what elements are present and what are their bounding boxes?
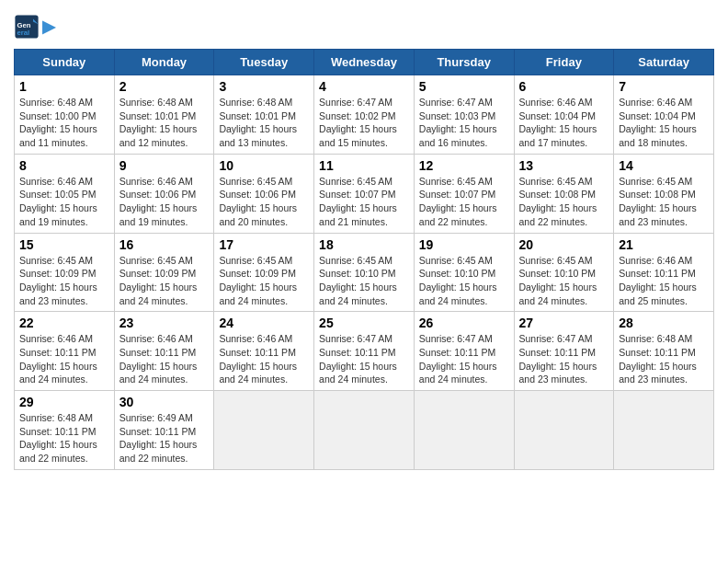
calendar-cell [614, 391, 714, 470]
day-number: 5 [419, 79, 509, 94]
day-info: Sunrise: 6:47 AM Sunset: 10:11 PM Daylig… [319, 332, 409, 386]
day-number: 2 [119, 79, 210, 94]
day-info: Sunrise: 6:48 AM Sunset: 10:01 PM Daylig… [219, 96, 309, 150]
calendar-cell: 1Sunrise: 6:48 AM Sunset: 10:00 PM Dayli… [15, 75, 115, 155]
calendar-cell: 2Sunrise: 6:48 AM Sunset: 10:01 PM Dayli… [114, 75, 214, 155]
calendar-week-5: 29Sunrise: 6:48 AM Sunset: 10:11 PM Dayl… [15, 391, 714, 470]
calendar-cell: 28Sunrise: 6:48 AM Sunset: 10:11 PM Dayl… [614, 312, 714, 391]
day-info: Sunrise: 6:47 AM Sunset: 10:11 PM Daylig… [419, 332, 509, 386]
day-number: 28 [619, 316, 709, 330]
calendar-cell: 16Sunrise: 6:45 AM Sunset: 10:09 PM Dayl… [114, 233, 214, 312]
calendar-table: Sunday Monday Tuesday Wednesday Thursday… [14, 49, 714, 470]
day-info: Sunrise: 6:47 AM Sunset: 10:02 PM Daylig… [319, 96, 409, 150]
calendar-cell: 3Sunrise: 6:48 AM Sunset: 10:01 PM Dayli… [214, 75, 314, 155]
calendar-cell: 26Sunrise: 6:47 AM Sunset: 10:11 PM Dayl… [414, 312, 514, 391]
day-number: 20 [519, 237, 609, 252]
calendar-cell: 29Sunrise: 6:48 AM Sunset: 10:11 PM Dayl… [15, 391, 115, 470]
day-number: 22 [19, 316, 109, 330]
day-info: Sunrise: 6:49 AM Sunset: 10:11 PM Daylig… [119, 411, 210, 465]
day-info: Sunrise: 6:45 AM Sunset: 10:06 PM Daylig… [219, 175, 309, 229]
day-info: Sunrise: 6:48 AM Sunset: 10:00 PM Daylig… [19, 96, 109, 150]
day-number: 10 [219, 158, 309, 173]
day-number: 24 [219, 316, 309, 330]
day-info: Sunrise: 6:46 AM Sunset: 10:05 PM Daylig… [19, 175, 109, 229]
day-number: 29 [19, 395, 109, 409]
day-info: Sunrise: 6:46 AM Sunset: 10:11 PM Daylig… [19, 332, 109, 386]
calendar-cell: 23Sunrise: 6:46 AM Sunset: 10:11 PM Dayl… [114, 312, 214, 391]
day-info: Sunrise: 6:45 AM Sunset: 10:10 PM Daylig… [419, 254, 509, 308]
day-number: 11 [319, 158, 409, 173]
calendar-cell: 8Sunrise: 6:46 AM Sunset: 10:05 PM Dayli… [15, 154, 115, 233]
calendar-cell: 24Sunrise: 6:46 AM Sunset: 10:11 PM Dayl… [214, 312, 314, 391]
col-friday: Friday [514, 50, 614, 75]
day-number: 15 [19, 237, 109, 252]
logo-icon: Gen eral [14, 14, 40, 40]
day-number: 14 [619, 158, 709, 173]
calendar-cell: 18Sunrise: 6:45 AM Sunset: 10:10 PM Dayl… [314, 233, 415, 312]
day-number: 18 [319, 237, 409, 252]
day-info: Sunrise: 6:48 AM Sunset: 10:11 PM Daylig… [19, 411, 109, 465]
calendar-cell [314, 391, 415, 470]
logo: Gen eral ▶ [14, 14, 55, 40]
day-info: Sunrise: 6:46 AM Sunset: 10:06 PM Daylig… [119, 175, 210, 229]
day-info: Sunrise: 6:45 AM Sunset: 10:09 PM Daylig… [119, 254, 210, 308]
day-info: Sunrise: 6:48 AM Sunset: 10:01 PM Daylig… [119, 96, 210, 150]
day-info: Sunrise: 6:45 AM Sunset: 10:09 PM Daylig… [219, 254, 309, 308]
day-info: Sunrise: 6:47 AM Sunset: 10:03 PM Daylig… [419, 96, 509, 150]
day-info: Sunrise: 6:45 AM Sunset: 10:07 PM Daylig… [319, 175, 409, 229]
day-info: Sunrise: 6:45 AM Sunset: 10:08 PM Daylig… [619, 175, 709, 229]
logo-blue: ▶ [42, 17, 55, 37]
col-sunday: Sunday [15, 50, 115, 75]
day-info: Sunrise: 6:45 AM Sunset: 10:10 PM Daylig… [519, 254, 609, 308]
calendar-cell [214, 391, 314, 470]
day-info: Sunrise: 6:45 AM Sunset: 10:07 PM Daylig… [419, 175, 509, 229]
day-info: Sunrise: 6:45 AM Sunset: 10:08 PM Daylig… [519, 175, 609, 229]
day-number: 16 [119, 237, 210, 252]
day-number: 1 [19, 79, 109, 94]
day-number: 7 [619, 79, 709, 94]
day-info: Sunrise: 6:46 AM Sunset: 10:11 PM Daylig… [219, 332, 309, 386]
calendar-cell: 22Sunrise: 6:46 AM Sunset: 10:11 PM Dayl… [15, 312, 115, 391]
day-number: 17 [219, 237, 309, 252]
calendar-cell: 12Sunrise: 6:45 AM Sunset: 10:07 PM Dayl… [414, 154, 514, 233]
day-info: Sunrise: 6:46 AM Sunset: 10:11 PM Daylig… [619, 254, 709, 308]
calendar-cell: 19Sunrise: 6:45 AM Sunset: 10:10 PM Dayl… [414, 233, 514, 312]
col-wednesday: Wednesday [314, 50, 415, 75]
calendar-cell: 25Sunrise: 6:47 AM Sunset: 10:11 PM Dayl… [314, 312, 415, 391]
calendar-cell: 10Sunrise: 6:45 AM Sunset: 10:06 PM Dayl… [214, 154, 314, 233]
calendar-cell: 13Sunrise: 6:45 AM Sunset: 10:08 PM Dayl… [514, 154, 614, 233]
calendar-cell: 15Sunrise: 6:45 AM Sunset: 10:09 PM Dayl… [15, 233, 115, 312]
header: Gen eral ▶ [14, 14, 714, 40]
col-thursday: Thursday [414, 50, 514, 75]
col-monday: Monday [114, 50, 214, 75]
day-info: Sunrise: 6:48 AM Sunset: 10:11 PM Daylig… [619, 332, 709, 386]
calendar-cell: 17Sunrise: 6:45 AM Sunset: 10:09 PM Dayl… [214, 233, 314, 312]
calendar-cell: 14Sunrise: 6:45 AM Sunset: 10:08 PM Dayl… [614, 154, 714, 233]
day-number: 26 [419, 316, 509, 330]
day-number: 30 [119, 395, 210, 409]
calendar-week-2: 8Sunrise: 6:46 AM Sunset: 10:05 PM Dayli… [15, 154, 714, 233]
header-row: Sunday Monday Tuesday Wednesday Thursday… [15, 50, 714, 75]
calendar-cell: 9Sunrise: 6:46 AM Sunset: 10:06 PM Dayli… [114, 154, 214, 233]
calendar-week-1: 1Sunrise: 6:48 AM Sunset: 10:00 PM Dayli… [15, 75, 714, 155]
calendar-week-3: 15Sunrise: 6:45 AM Sunset: 10:09 PM Dayl… [15, 233, 714, 312]
col-tuesday: Tuesday [214, 50, 314, 75]
day-number: 9 [119, 158, 210, 173]
day-info: Sunrise: 6:45 AM Sunset: 10:09 PM Daylig… [19, 254, 109, 308]
col-saturday: Saturday [614, 50, 714, 75]
day-info: Sunrise: 6:47 AM Sunset: 10:11 PM Daylig… [519, 332, 609, 386]
day-number: 6 [519, 79, 609, 94]
calendar-cell: 21Sunrise: 6:46 AM Sunset: 10:11 PM Dayl… [614, 233, 714, 312]
calendar-cell: 6Sunrise: 6:46 AM Sunset: 10:04 PM Dayli… [514, 75, 614, 155]
svg-text:eral: eral [17, 29, 30, 37]
day-number: 3 [219, 79, 309, 94]
day-number: 8 [19, 158, 109, 173]
calendar-cell: 11Sunrise: 6:45 AM Sunset: 10:07 PM Dayl… [314, 154, 415, 233]
calendar-cell: 5Sunrise: 6:47 AM Sunset: 10:03 PM Dayli… [414, 75, 514, 155]
day-info: Sunrise: 6:46 AM Sunset: 10:04 PM Daylig… [519, 96, 609, 150]
calendar-cell: 30Sunrise: 6:49 AM Sunset: 10:11 PM Dayl… [114, 391, 214, 470]
day-info: Sunrise: 6:46 AM Sunset: 10:11 PM Daylig… [119, 332, 210, 386]
day-number: 13 [519, 158, 609, 173]
calendar-cell: 7Sunrise: 6:46 AM Sunset: 10:04 PM Dayli… [614, 75, 714, 155]
day-number: 23 [119, 316, 210, 330]
